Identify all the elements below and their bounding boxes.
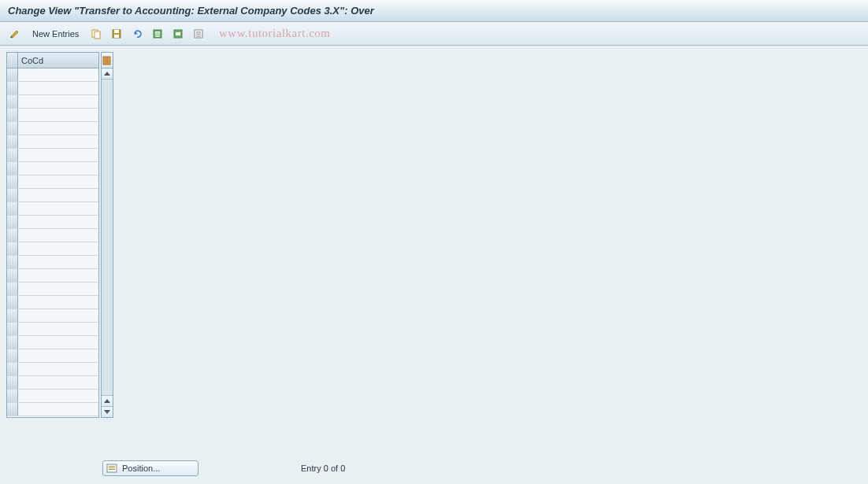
table-row[interactable] xyxy=(7,283,98,296)
column-header-cocd[interactable]: CoCd xyxy=(18,53,98,68)
table-row[interactable] xyxy=(7,242,98,256)
table-row[interactable] xyxy=(7,202,98,216)
row-selector[interactable] xyxy=(7,189,18,201)
row-selector[interactable] xyxy=(7,363,18,375)
scroll-near-bottom-button[interactable] xyxy=(102,395,113,406)
cell-cocd[interactable] xyxy=(18,363,98,375)
table-row[interactable] xyxy=(7,376,98,390)
table-row[interactable] xyxy=(7,82,98,95)
new-entries-button[interactable]: New Entries xyxy=(27,26,84,42)
row-selector[interactable] xyxy=(7,349,18,362)
row-selector[interactable] xyxy=(7,323,18,335)
row-selector[interactable] xyxy=(7,202,18,215)
table-row[interactable] xyxy=(7,109,98,122)
row-selector[interactable] xyxy=(7,390,18,402)
table-row[interactable] xyxy=(7,336,98,349)
row-selector[interactable] xyxy=(7,269,18,282)
cell-cocd[interactable] xyxy=(18,149,98,161)
svg-rect-20 xyxy=(109,467,115,468)
row-selector[interactable] xyxy=(7,309,18,322)
row-selector[interactable] xyxy=(7,68,18,81)
cell-cocd[interactable] xyxy=(18,175,98,188)
cell-cocd[interactable] xyxy=(18,68,98,81)
row-selector[interactable] xyxy=(7,403,18,416)
footer: Position... Entry 0 of 0 xyxy=(0,459,868,478)
cell-cocd[interactable] xyxy=(18,229,98,242)
row-selector[interactable] xyxy=(7,162,18,175)
cell-cocd[interactable] xyxy=(18,95,98,108)
scroll-track[interactable] xyxy=(102,79,113,395)
table-row[interactable] xyxy=(7,122,98,135)
cell-cocd[interactable] xyxy=(18,109,98,121)
row-selector[interactable] xyxy=(7,242,18,255)
row-selector[interactable] xyxy=(7,376,18,389)
row-selector[interactable] xyxy=(7,175,18,188)
save-variant-button[interactable] xyxy=(108,26,125,42)
row-selector[interactable] xyxy=(7,122,18,135)
cell-cocd[interactable] xyxy=(18,309,98,322)
row-selector[interactable] xyxy=(7,336,18,349)
position-button[interactable]: Position... xyxy=(102,460,198,476)
cell-cocd[interactable] xyxy=(18,162,98,175)
copy-button[interactable] xyxy=(87,26,105,42)
table-row[interactable] xyxy=(7,135,98,149)
table-config-button[interactable] xyxy=(102,53,113,68)
table-row[interactable] xyxy=(7,68,98,82)
table-row[interactable] xyxy=(7,175,98,189)
cell-cocd[interactable] xyxy=(18,216,98,228)
undo-button[interactable] xyxy=(128,26,146,42)
table-row[interactable] xyxy=(7,95,98,109)
row-selector[interactable] xyxy=(7,216,18,228)
save-icon xyxy=(111,28,122,39)
row-selector[interactable] xyxy=(7,135,18,148)
table-row[interactable] xyxy=(7,403,98,416)
table-row[interactable] xyxy=(7,216,98,229)
cell-cocd[interactable] xyxy=(18,202,98,215)
cell-cocd[interactable] xyxy=(18,135,98,148)
table-row[interactable] xyxy=(7,189,98,202)
edit-button[interactable] xyxy=(6,26,24,42)
table-row[interactable] xyxy=(7,229,98,242)
table-row[interactable] xyxy=(7,390,98,403)
position-icon xyxy=(106,463,117,474)
cell-cocd[interactable] xyxy=(18,82,98,94)
row-selector[interactable] xyxy=(7,296,18,309)
cell-cocd[interactable] xyxy=(18,122,98,135)
cell-cocd[interactable] xyxy=(18,283,98,295)
scroll-up-button[interactable] xyxy=(102,68,113,79)
deselect-button[interactable] xyxy=(190,26,207,42)
row-selector[interactable] xyxy=(7,82,18,94)
table-row[interactable] xyxy=(7,162,98,175)
row-selector[interactable] xyxy=(7,229,18,242)
cell-cocd[interactable] xyxy=(18,403,98,416)
cell-cocd[interactable] xyxy=(18,323,98,335)
cell-cocd[interactable] xyxy=(18,269,98,282)
cell-cocd[interactable] xyxy=(18,256,98,268)
select-all-button[interactable] xyxy=(149,26,166,42)
row-selector-header[interactable] xyxy=(7,53,18,68)
table-row[interactable] xyxy=(7,363,98,376)
table-row[interactable] xyxy=(7,349,98,363)
cell-cocd[interactable] xyxy=(18,242,98,255)
cell-cocd[interactable] xyxy=(18,376,98,389)
table-row[interactable] xyxy=(7,149,98,162)
row-selector[interactable] xyxy=(7,149,18,161)
cell-cocd[interactable] xyxy=(18,296,98,309)
row-selector[interactable] xyxy=(7,256,18,268)
select-block-button[interactable] xyxy=(169,26,187,42)
cell-cocd[interactable] xyxy=(18,349,98,362)
scroll-down-button[interactable] xyxy=(102,406,113,417)
row-selector[interactable] xyxy=(7,283,18,295)
position-button-label: Position... xyxy=(122,464,160,473)
cell-cocd[interactable] xyxy=(18,390,98,402)
table-row[interactable] xyxy=(7,309,98,323)
table-row[interactable] xyxy=(7,256,98,269)
cell-cocd[interactable] xyxy=(18,336,98,349)
table-row[interactable] xyxy=(7,296,98,309)
table-row[interactable] xyxy=(7,323,98,336)
table-row[interactable] xyxy=(7,269,98,283)
row-selector[interactable] xyxy=(7,109,18,121)
cell-cocd[interactable] xyxy=(18,189,98,201)
row-selector[interactable] xyxy=(7,95,18,108)
vertical-scrollbar[interactable] xyxy=(101,52,113,418)
